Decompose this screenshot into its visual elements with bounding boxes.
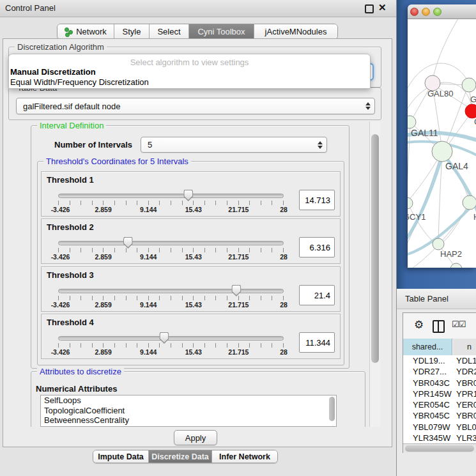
- panel-scrollbar-thumb[interactable]: [371, 134, 379, 363]
- node-label-gal80: GAL80: [427, 89, 453, 98]
- threshold-1-slider[interactable]: -3.4262.8599.14415.4321.71528: [58, 191, 284, 213]
- node-table: ⚙ ☑☑ shared... n YDL19...YDL1 YDR27...YD…: [403, 312, 476, 453]
- numerical-attributes-list[interactable]: SelfLoops TopologicalCoefficient Between…: [40, 395, 337, 427]
- node-red: [465, 104, 476, 118]
- threshold-3-value-field[interactable]: 21.4: [299, 285, 335, 305]
- tab-infer-network[interactable]: Infer Network: [212, 450, 277, 463]
- threshold-1-box: Threshold 1 -3.4262.8599.14415.4321.7152…: [41, 171, 341, 217]
- slider-axis: -3.4262.8599.14415.4321.71528: [58, 301, 284, 308]
- table-horizontal-scrollbar-thumb[interactable]: [405, 445, 474, 452]
- node-green: [462, 78, 476, 92]
- menu-item-manual-discretization[interactable]: Manual Discretization: [10, 67, 96, 77]
- slider-thumb[interactable]: [231, 285, 241, 296]
- panel-scrollbar[interactable]: [369, 121, 380, 427]
- network-window-titlebar: [408, 4, 476, 19]
- tab-impute-data[interactable]: Impute Data: [93, 450, 149, 463]
- threshold-3-slider[interactable]: -3.4262.8599.14415.4321.71528: [58, 286, 284, 308]
- node-label-hap2: HAP2: [440, 249, 462, 259]
- node-hap2: [433, 238, 444, 250]
- minimize-traffic-light-icon[interactable]: [422, 8, 430, 16]
- table-panel-titlebar: Table Panel: [397, 289, 476, 309]
- threshold-2-slider[interactable]: -3.4262.8599.14415.4321.71528: [58, 238, 284, 260]
- menu-item-equal-width-frequency[interactable]: Equal Width/Frequency Discretization: [10, 77, 149, 87]
- tab-network-label: Network: [76, 27, 107, 36]
- table-row[interactable]: YDL19...YDL1: [403, 355, 476, 366]
- algorithm-prompt: Select algorithm to view settings: [9, 58, 370, 67]
- spinner-icon: [318, 141, 323, 149]
- slider-axis: -3.4262.8599.14415.4321.71528: [58, 348, 284, 355]
- threshold-4-box: Threshold 4 -3.4262.8599.14415.4321.7152…: [41, 314, 341, 359]
- table-row[interactable]: YER054CYER0: [403, 399, 476, 410]
- list-item[interactable]: SelfLoops: [41, 395, 336, 406]
- table-data-value: galFiltered.sif default node: [23, 102, 120, 111]
- number-of-intervals-label: Number of Intervals: [54, 140, 132, 150]
- tab-select[interactable]: Select: [150, 24, 189, 39]
- tab-discretize-data[interactable]: Discretize Data: [149, 450, 212, 463]
- list-scrollbar[interactable]: [329, 397, 335, 421]
- network-graph: GAL80 GA C GAL11 GAL4 GCY1 H HAP2: [408, 19, 476, 268]
- node-partial: [450, 263, 462, 268]
- table-header-row: shared... n: [403, 339, 476, 356]
- tab-cyni-toolbox[interactable]: Cyni Toolbox: [189, 24, 254, 39]
- bottom-tab-bar: Impute Data Discretize Data Infer Networ…: [93, 450, 278, 463]
- column-header-name[interactable]: n: [453, 339, 476, 355]
- network-view-window: GAL80 GA C GAL11 GAL4 GCY1 H HAP2: [408, 4, 476, 268]
- node-h: [463, 196, 476, 210]
- column-header-shared-name[interactable]: shared...: [403, 339, 452, 355]
- slider-thumb[interactable]: [159, 332, 169, 344]
- table-toolbar: ⚙ ☑☑: [403, 313, 476, 339]
- node-gal4: [432, 141, 452, 162]
- apply-row: Apply: [3, 427, 389, 447]
- node-label-h: H: [473, 212, 476, 222]
- window-title: Control Panel: [5, 3, 56, 13]
- table-row[interactable]: YBR043CYBR0: [403, 378, 476, 388]
- table-row[interactable]: YDR27...YDR2: [403, 366, 476, 377]
- table-row[interactable]: YBL079WYBL0: [403, 422, 476, 433]
- apply-button[interactable]: Apply: [174, 430, 217, 445]
- interval-definition-title: Interval Definition: [37, 121, 106, 130]
- threshold-1-value-field[interactable]: 14.713: [299, 190, 335, 210]
- gear-icon[interactable]: ⚙: [414, 318, 424, 332]
- zoom-traffic-light-icon[interactable]: [433, 8, 441, 16]
- table-row[interactable]: YLR345WYLR3: [403, 433, 476, 443]
- table-row[interactable]: YPR145WYPR1: [403, 388, 476, 399]
- network-canvas[interactable]: GAL80 GA C GAL11 GAL4 GCY1 H HAP2: [408, 19, 476, 268]
- threshold-4-slider[interactable]: -3.4262.8599.14415.4321.71528: [58, 334, 284, 355]
- threshold-4-value-field[interactable]: 11.344: [299, 332, 335, 353]
- table-panel: Table Panel ⚙ ☑☑ shared... n YDL19...YDL…: [397, 289, 476, 476]
- threshold-2-box: Threshold 2 -3.4262.8599.14415.4321.7152…: [41, 219, 341, 264]
- node-label-gal4: GAL4: [445, 161, 468, 171]
- tab-style[interactable]: Style: [114, 24, 150, 39]
- float-window-icon[interactable]: [365, 4, 374, 13]
- list-item[interactable]: BetweennessCentrality: [41, 415, 336, 426]
- number-of-intervals-value: 5: [148, 140, 152, 150]
- list-item[interactable]: TopologicalCoefficient: [41, 406, 336, 416]
- tab-jactivemnodules[interactable]: jActiveMNodules: [254, 24, 337, 39]
- table-panel-title: Table Panel: [405, 294, 449, 303]
- node-gcy1: [408, 197, 413, 209]
- node-label-gcy1: GCY1: [408, 212, 426, 222]
- table-row[interactable]: YBR045CYBR0: [403, 410, 476, 421]
- network-icon: [65, 27, 73, 36]
- algorithm-dropdown-popup: Select algorithm to view settings Manual…: [8, 54, 371, 89]
- threshold-2-value-field[interactable]: 6.316: [299, 237, 335, 257]
- thresholds-group-title: Threshold's Coordinates for 5 Intervals: [43, 157, 191, 166]
- control-panel-titlebar: Control Panel ✕: [0, 0, 396, 17]
- number-of-intervals-combobox[interactable]: 5: [141, 137, 327, 153]
- node-label-gal11: GAL11: [411, 128, 438, 138]
- select-columns-icon[interactable]: ☑☑: [452, 319, 465, 329]
- right-pane: GAL80 GA C GAL11 GAL4 GCY1 H HAP2 Table …: [396, 0, 476, 476]
- discretization-algorithm-group-title: Discretization Algorithm: [15, 42, 107, 52]
- close-icon[interactable]: ✕: [378, 2, 387, 13]
- split-columns-icon[interactable]: [433, 320, 445, 333]
- table-body[interactable]: YDL19...YDL1 YDR27...YDR2 YBR043CYBR0 YP…: [403, 355, 476, 443]
- close-traffic-light-icon[interactable]: [410, 8, 418, 16]
- tab-network[interactable]: Network: [58, 24, 114, 39]
- table-horizontal-scrollbar[interactable]: [403, 443, 476, 453]
- threshold-3-box: Threshold 3 -3.4262.8599.14415.4321.7152…: [41, 266, 341, 312]
- slider-thumb[interactable]: [183, 190, 193, 201]
- top-tab-bar: Network Style Select Cyni Toolbox jActiv…: [57, 24, 338, 40]
- slider-thumb[interactable]: [123, 237, 133, 249]
- slider-axis: -3.4262.8599.14415.4321.71528: [58, 253, 284, 260]
- table-data-combobox[interactable]: galFiltered.sif default node: [16, 98, 375, 114]
